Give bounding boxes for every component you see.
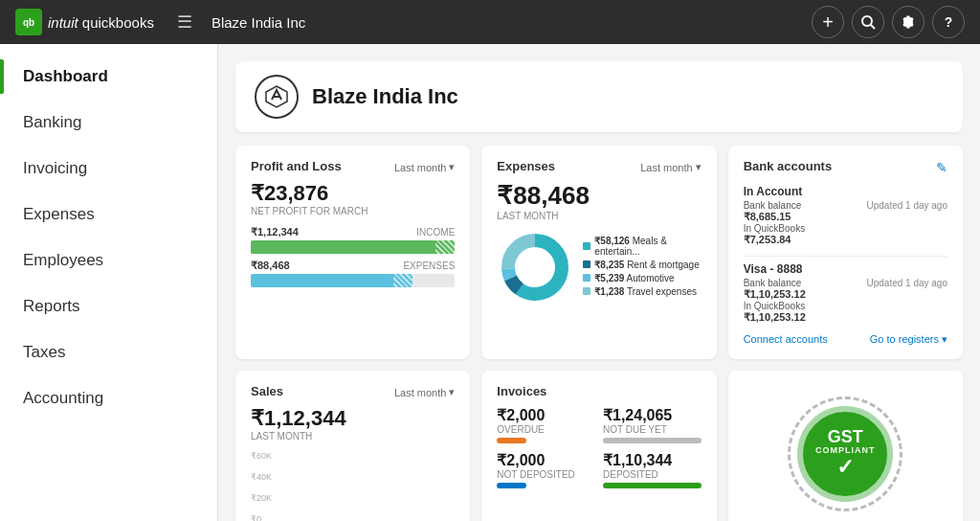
legend-item-auto: ₹5,239 Automotive	[583, 273, 701, 283]
income-bar-fill	[251, 240, 455, 254]
legend-dot-rent	[583, 260, 590, 268]
sales-title: Sales	[251, 384, 283, 398]
gst-outer-ring: GST COMPLIANT ✓	[788, 396, 902, 511]
gst-badge: GST COMPLIANT ✓	[797, 406, 893, 502]
profit-loss-card: Profit and Loss Last month ▾ ₹23,876 NET…	[235, 146, 470, 359]
sales-card: Sales Last month ▾ ₹1,12,344 LAST MONTH …	[235, 371, 470, 521]
expenses-amount: ₹88,468	[497, 181, 701, 211]
invoice-not-deposited: ₹2,000 NOT DEPOSITED	[497, 451, 595, 488]
bank-account-visa: Visa - 8888 Bank balance ₹1,10,253.12 In…	[744, 262, 947, 324]
sidebar-item-reports[interactable]: Reports	[0, 283, 217, 329]
invoice-overdue: ₹2,000 OVERDUE	[497, 406, 595, 443]
legend-item-travel: ₹1,238 Travel expenses	[583, 286, 701, 297]
invoices-grid: ₹2,000 OVERDUE ₹1,24,065 NOT DUE YET ₹2,…	[497, 406, 701, 488]
sidebar: Dashboard Banking Invoicing Expenses Emp…	[0, 44, 218, 521]
legend-dot-auto	[583, 274, 590, 282]
bank-balance-row-0: Bank balance ₹8,685.15 In QuickBooks ₹7,…	[744, 200, 947, 246]
company-logo	[255, 75, 299, 119]
search-button[interactable]	[852, 6, 884, 38]
connect-accounts-link[interactable]: Connect accounts	[744, 333, 828, 346]
invoice-not-due: ₹1,24,065 NOT DUE YET	[603, 406, 702, 443]
pnl-amount: ₹23,876	[251, 181, 455, 206]
bank-footer: Connect accounts Go to registers ▾	[744, 333, 947, 346]
gst-card: GST COMPLIANT ✓	[728, 371, 963, 521]
bank-title: Bank accounts	[744, 159, 832, 173]
invoices-title: Invoices	[497, 384, 546, 398]
svg-text:qb: qb	[23, 17, 34, 28]
income-bar-track	[251, 240, 455, 254]
nav-icons: + ?	[812, 6, 965, 38]
sidebar-item-invoicing[interactable]: Invoicing	[0, 146, 217, 192]
income-bar-row: ₹1,12,344 INCOME	[251, 226, 455, 254]
expenses-card: Expenses Last month ▾ ₹88,468 LAST MONTH	[481, 146, 716, 359]
sales-chart: ₹60K ₹40K ₹20K ₹0	[251, 447, 455, 521]
expense-label: EXPENSES	[403, 260, 455, 271]
company-name-header: Blaze India Inc	[312, 84, 458, 109]
go-to-registers-link[interactable]: Go to registers ▾	[870, 333, 947, 346]
main-layout: Dashboard Banking Invoicing Expenses Emp…	[0, 44, 980, 521]
gst-subtext: COMPLIANT	[815, 445, 876, 455]
bank-account-in: In Account Bank balance ₹8,685.15 In Qui…	[744, 185, 947, 246]
invoices-card: Invoices ₹2,000 OVERDUE ₹1,24,065 NOT DU…	[481, 371, 716, 521]
legend-dot-meals	[583, 242, 590, 250]
legend-dot-travel	[583, 287, 590, 295]
main-content: Blaze India Inc Profit and Loss Last mon…	[218, 44, 980, 521]
top-navigation: qb intuit quickbooks ☰ Blaze India Inc +…	[0, 0, 980, 44]
sidebar-item-employees[interactable]: Employees	[0, 238, 217, 283]
bank-edit-icon[interactable]: ✎	[936, 160, 947, 175]
sales-amount: ₹1,12,344	[251, 406, 455, 431]
gst-text: GST	[828, 428, 863, 445]
help-button[interactable]: ?	[932, 6, 965, 38]
sidebar-item-expenses[interactable]: Expenses	[0, 192, 217, 238]
expense-bar-track	[251, 274, 455, 287]
pnl-sublabel: NET PROFIT FOR MARCH	[251, 206, 455, 216]
logo-text: intuit quickbooks	[48, 14, 154, 31]
expenses-donut	[497, 229, 573, 306]
sidebar-item-dashboard[interactable]: Dashboard	[0, 54, 217, 100]
expenses-content: ₹58,126 Meals & entertain... ₹8,235 Rent…	[497, 229, 701, 306]
gst-checkmark: ✓	[836, 455, 854, 480]
income-amount: ₹1,12,344	[251, 226, 299, 238]
menu-icon[interactable]: ☰	[177, 11, 192, 33]
add-button[interactable]: +	[812, 6, 844, 38]
expenses-filter[interactable]: Last month ▾	[640, 161, 701, 173]
dashboard-cards: Profit and Loss Last month ▾ ₹23,876 NET…	[235, 146, 963, 521]
expense-bar-row: ₹88,468 EXPENSES	[251, 260, 455, 287]
expense-amount: ₹88,468	[251, 260, 290, 272]
invoice-deposited: ₹1,10,344 DEPOSITED	[603, 451, 702, 488]
pnl-filter[interactable]: Last month ▾	[394, 161, 455, 173]
sidebar-item-taxes[interactable]: Taxes	[0, 329, 217, 375]
svg-point-2	[862, 16, 872, 26]
svg-line-3	[871, 25, 875, 29]
qb-logo-icon: qb	[15, 9, 42, 35]
bank-accounts-card: Bank accounts ✎ In Account Bank balance …	[728, 146, 963, 359]
expenses-sublabel: LAST MONTH	[497, 211, 701, 221]
chart-y-axis: ₹60K ₹40K ₹20K ₹0	[251, 451, 272, 521]
sidebar-item-banking[interactable]: Banking	[0, 100, 217, 146]
pnl-title: Profit and Loss	[251, 159, 342, 173]
sales-sublabel: LAST MONTH	[251, 431, 455, 442]
sidebar-item-accounting[interactable]: Accounting	[0, 375, 217, 421]
settings-button[interactable]	[892, 6, 924, 38]
expenses-title: Expenses	[497, 159, 555, 173]
expense-bar-fill	[251, 274, 412, 287]
sales-filter[interactable]: Last month ▾	[394, 386, 455, 398]
legend-item-meals: ₹58,126 Meals & entertain...	[583, 236, 701, 257]
legend-item-rent: ₹8,235 Rent & mortgage	[583, 260, 701, 270]
bank-balance-row-1: Bank balance ₹1,10,253.12 In QuickBooks …	[744, 278, 947, 324]
expenses-legend: ₹58,126 Meals & entertain... ₹8,235 Rent…	[583, 236, 701, 300]
svg-point-8	[518, 250, 552, 284]
company-name-nav: Blaze India Inc	[212, 14, 305, 31]
logo: qb intuit quickbooks	[15, 9, 154, 35]
company-header: Blaze India Inc	[235, 61, 963, 132]
income-label: INCOME	[416, 227, 455, 238]
